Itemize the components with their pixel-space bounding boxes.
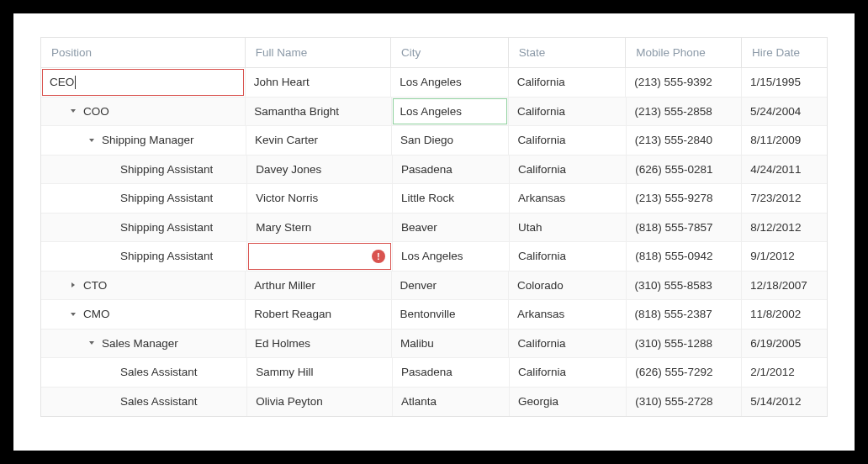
cell-city[interactable]: San Diego — [392, 126, 509, 155]
col-header-fullname[interactable]: Full Name — [246, 38, 391, 67]
cell-city[interactable]: Malibu — [392, 330, 509, 358]
cell-phone[interactable]: (310) 555-2728 — [627, 388, 742, 417]
cell-state[interactable]: California — [509, 330, 626, 358]
cell-hiredate[interactable]: 11/8/2002 — [742, 300, 827, 329]
cell-phone[interactable]: (818) 555-2387 — [627, 300, 743, 329]
fullname-invalid-editor[interactable]: ! — [248, 243, 391, 270]
cell-hiredate[interactable]: 6/19/2005 — [742, 330, 827, 358]
cell-hiredate[interactable]: 8/12/2012 — [742, 214, 827, 242]
cell-fullname[interactable]: Arthur Miller — [246, 272, 391, 300]
cell-city[interactable]: Los Angeles — [392, 98, 509, 126]
table-row[interactable]: Shipping AssistantVictor NorrisLittle Ro… — [41, 184, 827, 214]
cell-city[interactable]: Denver — [392, 272, 509, 300]
position-label: Sales Manager — [102, 337, 178, 350]
cell-phone[interactable]: (310) 555-8583 — [627, 272, 743, 300]
cell-hiredate[interactable]: 9/1/2012 — [742, 242, 827, 271]
cell-state[interactable]: California — [510, 242, 627, 271]
cell-phone[interactable]: (626) 555-7292 — [627, 358, 742, 387]
cell-state[interactable]: Arkansas — [509, 300, 626, 329]
table-row[interactable]: COOSamantha BrightLos AngelesCalifornia(… — [41, 98, 827, 127]
cell-position[interactable]: Sales Assistant — [41, 388, 247, 417]
position-label: Sales Assistant — [120, 395, 198, 408]
cell-state[interactable]: Arkansas — [510, 184, 627, 213]
cell-position[interactable]: Shipping Assistant — [41, 184, 247, 213]
cell-phone[interactable]: (213) 555-2840 — [627, 126, 742, 155]
cell-city[interactable]: Los Angeles — [391, 68, 509, 97]
cell-position[interactable]: Sales Manager — [41, 330, 246, 358]
cell-hiredate[interactable]: 7/23/2012 — [742, 184, 827, 213]
cell-city[interactable]: Pasadena — [393, 358, 510, 387]
table-row[interactable]: Sales AssistantSammy HillPasadenaCalifor… — [41, 358, 827, 388]
expand-icon[interactable] — [68, 280, 78, 290]
table-row[interactable]: CEOJohn HeartLos AngelesCalifornia(213) … — [41, 68, 827, 98]
table-row[interactable]: CTOArthur MillerDenverColorado(310) 555-… — [41, 272, 827, 301]
cell-state[interactable]: Colorado — [509, 272, 626, 300]
cell-fullname[interactable]: Olivia Peyton — [247, 388, 393, 417]
cell-phone[interactable]: (213) 555-2858 — [627, 98, 743, 126]
table-row[interactable]: Shipping Assistant!Los AngelesCalifornia… — [41, 242, 827, 272]
cell-fullname[interactable]: Samantha Bright — [246, 98, 391, 126]
table-row[interactable]: Shipping ManagerKevin CarterSan DiegoCal… — [41, 126, 827, 156]
cell-city[interactable]: Little Rock — [393, 184, 510, 213]
cell-state[interactable]: Georgia — [510, 388, 627, 417]
cell-state[interactable]: California — [509, 68, 627, 97]
cell-fullname[interactable]: Mary Stern — [247, 214, 393, 242]
cell-fullname[interactable]: Victor Norris — [247, 184, 393, 213]
cell-state[interactable]: California — [510, 156, 627, 184]
position-editor[interactable]: CEO — [42, 69, 244, 96]
table-row[interactable]: CMORobert ReaganBentonvilleArkansas(818)… — [41, 300, 827, 330]
collapse-icon[interactable] — [87, 135, 97, 145]
cell-position[interactable]: CTO — [41, 272, 246, 300]
col-header-mobile[interactable]: Mobile Phone — [626, 38, 742, 67]
col-header-state[interactable]: State — [509, 38, 627, 67]
table-row[interactable]: Shipping AssistantMary SternBeaverUtah(8… — [41, 214, 827, 243]
col-header-city[interactable]: City — [391, 38, 509, 67]
cell-fullname[interactable]: Davey Jones — [247, 156, 393, 184]
cell-city[interactable]: Beaver — [393, 214, 510, 242]
cell-fullname[interactable]: ! — [247, 242, 393, 271]
city-modified-indicator[interactable]: Los Angeles — [393, 98, 507, 125]
cell-fullname[interactable]: Kevin Carter — [246, 126, 392, 155]
cell-hiredate[interactable]: 5/24/2004 — [742, 98, 827, 126]
table-row[interactable]: Sales ManagerEd HolmesMalibuCalifornia(3… — [41, 330, 827, 359]
collapse-icon[interactable] — [68, 309, 78, 319]
cell-city[interactable]: Los Angeles — [393, 242, 510, 271]
cell-phone[interactable]: (213) 555-9278 — [627, 184, 742, 213]
cell-phone[interactable]: (213) 555-9392 — [626, 68, 742, 97]
col-header-position[interactable]: Position — [41, 38, 246, 67]
cell-state[interactable]: California — [510, 358, 627, 387]
cell-hiredate[interactable]: 12/18/2007 — [742, 272, 827, 300]
cell-phone[interactable]: (818) 555-7857 — [627, 214, 742, 242]
cell-position[interactable]: CMO — [41, 300, 246, 329]
cell-city[interactable]: Atlanta — [393, 388, 510, 417]
cell-hiredate[interactable]: 2/1/2012 — [742, 358, 827, 387]
cell-hiredate[interactable]: 8/11/2009 — [742, 126, 827, 155]
cell-fullname[interactable]: John Heart — [246, 68, 391, 97]
cell-hiredate[interactable]: 5/14/2012 — [742, 388, 827, 417]
cell-hiredate[interactable]: 4/24/2011 — [742, 156, 827, 184]
cell-fullname[interactable]: Sammy Hill — [247, 358, 393, 387]
cell-state[interactable]: California — [509, 126, 626, 155]
cell-phone[interactable]: (310) 555-1288 — [627, 330, 742, 358]
cell-fullname[interactable]: Ed Holmes — [246, 330, 392, 358]
cell-hiredate[interactable]: 1/15/1995 — [742, 68, 827, 97]
cell-position[interactable]: Shipping Manager — [41, 126, 246, 155]
cell-position[interactable]: Sales Assistant — [41, 358, 247, 387]
cell-position[interactable]: COO — [41, 98, 246, 126]
cell-position[interactable]: Shipping Assistant — [41, 156, 247, 184]
collapse-icon[interactable] — [68, 106, 78, 116]
cell-phone[interactable]: (818) 555-0942 — [627, 242, 742, 271]
cell-city[interactable]: Pasadena — [393, 156, 510, 184]
cell-position[interactable]: Shipping Assistant — [41, 242, 247, 271]
cell-position[interactable]: Shipping Assistant — [41, 214, 247, 242]
col-header-hiredate[interactable]: Hire Date — [742, 38, 827, 67]
cell-state[interactable]: California — [509, 98, 626, 126]
cell-city[interactable]: Bentonville — [392, 300, 509, 329]
table-row[interactable]: Sales AssistantOlivia PeytonAtlantaGeorg… — [41, 388, 827, 417]
cell-state[interactable]: Utah — [510, 214, 627, 242]
collapse-icon[interactable] — [87, 338, 97, 348]
cell-fullname[interactable]: Robert Reagan — [246, 300, 391, 329]
table-row[interactable]: Shipping AssistantDavey JonesPasadenaCal… — [41, 156, 827, 185]
cell-position[interactable]: CEO — [41, 68, 246, 97]
cell-phone[interactable]: (626) 555-0281 — [627, 156, 742, 184]
